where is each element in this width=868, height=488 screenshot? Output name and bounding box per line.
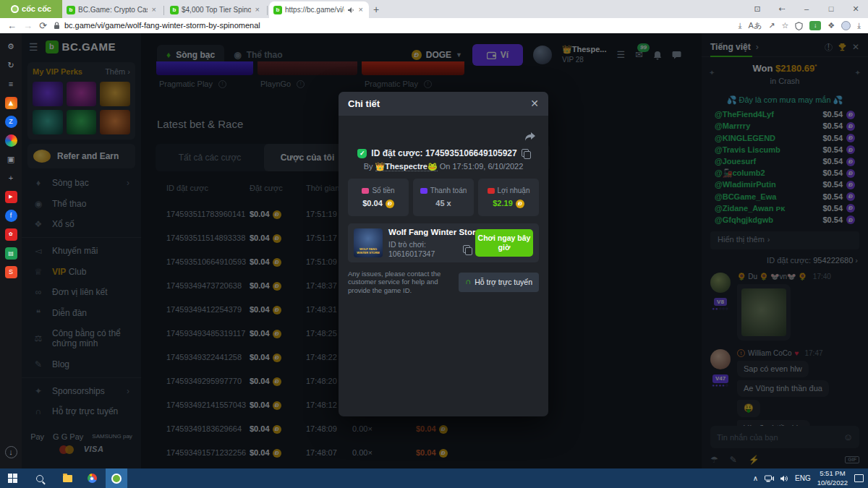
action-center-icon[interactable]: [854, 474, 864, 482]
tab-separator: [267, 6, 268, 15]
share-icon[interactable]: ↗: [768, 21, 775, 30]
bet-author-name[interactable]: 👑Thespectre🐸: [375, 162, 438, 171]
add-shortcut-icon[interactable]: +: [5, 172, 17, 184]
hidden-icons-chevron[interactable]: ∧: [753, 474, 758, 483]
copy-icon[interactable]: [463, 245, 469, 254]
tab-close-icon[interactable]: ×: [357, 5, 365, 14]
tab-title: $4,000 Top Tier Spinomenal: [182, 6, 251, 14]
window-controls: ⊡ ⇠ – □ ✕: [745, 0, 868, 18]
games-gamepad-icon[interactable]: ▣: [5, 153, 17, 166]
bookmark-star-icon[interactable]: ☆: [781, 21, 788, 30]
minimize-button[interactable]: –: [794, 4, 819, 14]
chrome-taskbar-icon[interactable]: [81, 468, 103, 488]
stat-profit: Lợi nhuận $2.19Đ: [478, 179, 539, 216]
game-id: ID trò chơi: 10616017347: [388, 240, 459, 258]
back-to-app-icon[interactable]: ⇠: [770, 4, 794, 14]
themes-icon[interactable]: [5, 134, 17, 147]
tab-title: https://bc.game/vi/game: [285, 6, 344, 14]
file-explorer-icon[interactable]: [56, 468, 78, 488]
tab-separator: [163, 6, 164, 15]
doge-coin-icon: Đ: [516, 200, 524, 208]
start-button[interactable]: [1, 468, 23, 488]
sheets-icon[interactable]: ▤: [5, 247, 17, 260]
maximize-button[interactable]: □: [819, 4, 843, 14]
coccoc-menu-button[interactable]: cốc cốc: [0, 0, 62, 18]
reload-icon[interactable]: ⟳: [39, 20, 47, 32]
address-bar: ← → ⟳ bc.game/vi/game/wolf-fang-winter-s…: [0, 18, 868, 33]
stat-payout: Thanh toán 45 x: [413, 179, 474, 216]
adblock-shield-icon[interactable]: [795, 22, 803, 30]
bcgame-favicon: b: [170, 6, 179, 14]
youtube-icon[interactable]: ▶: [5, 191, 17, 203]
bet-datetime: 17:51:09, 6/10/2022: [452, 162, 523, 171]
live-support-button[interactable]: ∩ Hỗ trợ trực tuyến: [459, 273, 539, 292]
taskbar-clock[interactable]: 5:51 PM10/6/2022: [817, 469, 848, 487]
windows-taskbar: ∧ ENG 5:51 PM10/6/2022: [0, 468, 868, 488]
translate-icon[interactable]: Aあ: [749, 21, 762, 30]
taskbar-search-icon[interactable]: [29, 468, 51, 488]
bet-id-text: ID đặt cược: 1745935106649105927: [371, 148, 516, 158]
share-icon[interactable]: [524, 132, 535, 142]
bet-author-row: By 👑Thespectre🐸 On 17:51:09, 6/10/2022: [339, 162, 548, 171]
bet-id-row: ✓ ID đặt cược: 1745935106649105927: [339, 148, 548, 158]
strip-download-icon[interactable]: ↓: [5, 446, 17, 458]
support-note-row: Any issues, please contact the customer …: [348, 270, 539, 294]
back-icon[interactable]: ←: [7, 20, 17, 32]
bcgame-favicon: b: [273, 6, 282, 14]
coccoc-brand: cốc cốc: [22, 4, 51, 14]
coccoc-logo-icon: [11, 5, 19, 13]
verified-shield-icon: ✓: [357, 149, 367, 158]
tab-title: BC.Game: Crypto Casino Gan: [78, 6, 148, 14]
payout-card-icon: [420, 188, 427, 194]
profit-icon: [488, 188, 495, 194]
modal-header: Chi tiết ✕: [339, 92, 548, 116]
browser-tab-1[interactable]: b BC.Game: Crypto Casino Gan ×: [62, 2, 162, 18]
pocket-icon[interactable]: ✿: [5, 228, 17, 241]
zalo-chat-icon[interactable]: Z: [5, 116, 17, 128]
shopee-icon[interactable]: S: [5, 266, 17, 278]
address-bar-icons: ⤓ Aあ ↗ ☆ ↓ ❖ ⤓: [739, 21, 861, 30]
reading-list-icon[interactable]: ≡: [5, 78, 17, 90]
send-to-device-icon[interactable]: ⤓: [739, 21, 742, 30]
facebook-icon[interactable]: f: [5, 210, 17, 222]
tab-strip: cốc cốc b BC.Game: Crypto Casino Gan × b…: [0, 0, 868, 18]
amount-icon: [362, 188, 369, 194]
stat-amount: Số tiền $0.04Đ: [348, 179, 409, 216]
headphones-icon: ∩: [465, 277, 471, 286]
taskbar-tray: ∧ ENG 5:51 PM10/6/2022: [753, 469, 868, 487]
download-active-icon[interactable]: ↓: [809, 21, 821, 30]
modal-close-icon[interactable]: ✕: [530, 98, 539, 110]
game-card: WOLF FANG WINTER STORM Wolf Fang Winter …: [348, 223, 539, 262]
game-thumbnail: WOLF FANG WINTER STORM: [354, 228, 383, 257]
extensions-puzzle-icon[interactable]: ❖: [827, 21, 835, 30]
profile-avatar-icon[interactable]: [841, 21, 851, 30]
bet-details-modal: Chi tiết ✕ ✓ ID đặt cược: 17459351066491…: [339, 92, 548, 416]
hot-trends-icon[interactable]: ▲: [5, 97, 17, 109]
url-text: bc.game/vi/game/wolf-fang-winter-storm-b…: [64, 21, 260, 30]
support-note: Any issues, please contact the customer …: [348, 270, 453, 294]
forward-icon[interactable]: →: [23, 20, 33, 32]
volume-icon[interactable]: [780, 475, 788, 482]
new-tab-button[interactable]: +: [369, 2, 383, 17]
browser-chrome: cốc cốc b BC.Game: Crypto Casino Gan × b…: [0, 0, 868, 33]
page-viewport: ⚙ ↻ ≡ ▲ Z ▣ + ▶ f ✿ ▤ S ↓ ☰ b BC.GAME My…: [0, 33, 868, 468]
lock-icon: [54, 22, 60, 30]
network-icon[interactable]: [765, 475, 774, 482]
tab-audio-icon[interactable]: [347, 7, 354, 14]
tab-close-icon[interactable]: ×: [254, 5, 261, 14]
close-button[interactable]: ✕: [843, 4, 868, 14]
url-field[interactable]: bc.game/vi/game/wolf-fang-winter-storm-b…: [54, 21, 732, 30]
settings-gear-icon[interactable]: ⚙: [5, 40, 17, 53]
browser-tab-2[interactable]: b $4,000 Top Tier Spinomenal ×: [166, 2, 265, 18]
bet-stats: Số tiền $0.04Đ Thanh toán 45 x Lợi nhuận…: [348, 179, 539, 216]
play-now-button[interactable]: Chơi ngay bây giờ: [475, 229, 533, 257]
history-icon[interactable]: ↻: [5, 59, 17, 72]
browser-tab-3-active[interactable]: b https://bc.game/vi/game ×: [269, 1, 369, 18]
keyboard-language[interactable]: ENG: [795, 474, 811, 483]
copy-icon[interactable]: [522, 149, 529, 158]
coccoc-taskbar-icon-active[interactable]: [106, 468, 127, 488]
tab-search-icon[interactable]: ⊡: [745, 4, 770, 14]
tab-close-icon[interactable]: ×: [150, 5, 158, 14]
downloads-tray-icon[interactable]: ⤓: [857, 21, 861, 30]
bcgame-favicon: b: [67, 6, 75, 14]
